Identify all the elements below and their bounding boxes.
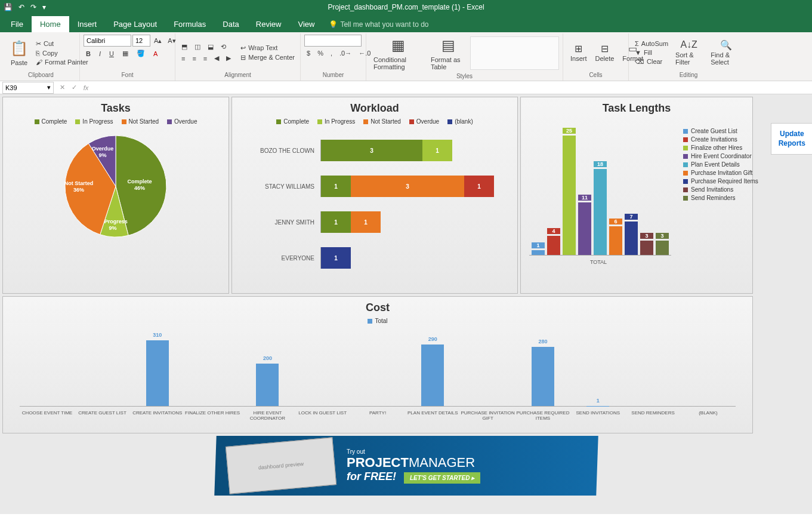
align-mid-button[interactable]: ◫: [192, 42, 203, 51]
cost-bar: 200: [240, 364, 295, 406]
workload-chart-card[interactable]: Workload CompleteIn ProgressNot StartedO…: [231, 97, 518, 294]
cond-format-icon: ▦: [388, 36, 407, 55]
orientation-button[interactable]: ⟲: [218, 42, 229, 51]
update-l2: Reports: [779, 139, 805, 149]
cost-legend-label: Total: [375, 318, 387, 324]
tl-bar: 7: [625, 222, 638, 255]
wrap-text-button[interactable]: ↩ Wrap Text: [238, 44, 297, 53]
svg-text:46%: 46%: [134, 185, 145, 191]
align-top-button[interactable]: ⬒: [179, 42, 190, 51]
brush-icon: 🖌: [36, 59, 42, 66]
tab-page-layout[interactable]: Page Layout: [105, 16, 165, 32]
comma-button[interactable]: ,: [328, 49, 335, 57]
clear-label: Clear: [647, 58, 662, 65]
cancel-fx-button[interactable]: ✕: [56, 84, 68, 91]
tab-file[interactable]: File: [2, 16, 32, 32]
save-icon[interactable]: 💾: [4, 3, 13, 11]
find-select-button[interactable]: 🔍Find & Select: [707, 38, 745, 67]
ribbon: 📋Paste ✂Cut ⎘Copy 🖌Format Painter Clipbo…: [0, 32, 812, 81]
merge-center-button[interactable]: ⊟ Merge & Center: [238, 53, 297, 62]
border-button[interactable]: ▦: [120, 49, 131, 58]
increase-font-button[interactable]: A▴: [152, 35, 164, 47]
group-styles-label: Styles: [370, 72, 559, 81]
delete-cells-button[interactable]: ⊟Delete: [592, 42, 618, 63]
align-left-button[interactable]: ≡: [179, 54, 187, 63]
group-font-label: Font: [84, 70, 171, 79]
tasks-chart-card[interactable]: Tasks CompleteIn ProgressNot StartedOver…: [2, 97, 229, 294]
percent-button[interactable]: %: [315, 49, 326, 57]
tl-bar: 4: [547, 236, 560, 255]
workload-row: JENNY SMITH11: [255, 207, 495, 237]
banner-brand2: MANAGER: [408, 455, 474, 470]
currency-button[interactable]: $: [304, 49, 313, 57]
search-icon: 🔍: [721, 39, 731, 50]
banner-cta-button[interactable]: LET'S GET STARTED ▸: [404, 472, 480, 484]
inc-decimal-button[interactable]: .0→: [337, 49, 354, 57]
formula-bar: K39▾ ✕ ✓ fx: [0, 81, 812, 94]
banner-free: for FREE!: [347, 470, 396, 482]
workload-row: EVERYONE1: [255, 243, 495, 273]
tl-bar: 1: [532, 250, 545, 255]
format-table-button[interactable]: ▤Format as Table: [427, 35, 469, 72]
align-center-button[interactable]: ≡: [190, 54, 198, 63]
autosum-button[interactable]: Σ AutoSum: [632, 39, 671, 48]
copy-icon: ⎘: [36, 50, 40, 57]
tab-view[interactable]: View: [289, 16, 323, 32]
indent-dec-button[interactable]: ◀: [212, 54, 221, 63]
copy-label: Copy: [42, 50, 58, 57]
update-reports-button[interactable]: Update Reports: [771, 123, 812, 155]
name-box[interactable]: K39▾: [2, 82, 54, 94]
tab-insert[interactable]: Insert: [69, 16, 106, 32]
bold-button[interactable]: B: [84, 49, 93, 58]
number-format-select[interactable]: [304, 35, 362, 47]
qat-dropdown-icon[interactable]: ▾: [42, 3, 46, 11]
redo-icon[interactable]: ↷: [30, 3, 36, 11]
tab-home[interactable]: Home: [32, 16, 69, 32]
font-color-button[interactable]: A: [151, 49, 160, 58]
paste-button[interactable]: 📋Paste: [6, 38, 32, 67]
cost-title: Cost: [8, 302, 748, 314]
clear-button[interactable]: ⌫ Clear: [632, 57, 671, 66]
tl-bar: 3: [656, 241, 669, 255]
tab-data[interactable]: Data: [214, 16, 247, 32]
paste-label: Paste: [11, 59, 27, 66]
fill-button[interactable]: ▼ Fill: [632, 48, 671, 57]
cf-label: Conditional Formatting: [373, 56, 422, 70]
chevron-down-icon: ▾: [47, 84, 51, 91]
cost-bar: 310: [130, 340, 185, 406]
tell-me-search[interactable]: 💡 Tell me what you want to do: [323, 17, 434, 32]
tl-legend: Create Guest ListCreate InvitationsFinal…: [671, 124, 758, 265]
tab-formulas[interactable]: Formulas: [165, 16, 214, 32]
cell-styles-gallery[interactable]: [470, 36, 559, 70]
underline-button[interactable]: U: [107, 49, 116, 58]
svg-text:9%: 9%: [109, 225, 116, 231]
workload-legend: CompleteIn ProgressNot StartedOverdue(bl…: [237, 118, 512, 125]
fx-button[interactable]: fx: [80, 84, 92, 91]
tl-xlabel: TOTAL: [526, 259, 671, 265]
enter-fx-button[interactable]: ✓: [68, 84, 80, 91]
promo-banner[interactable]: dashboard preview Try out PROJECTMANAGER…: [2, 436, 810, 496]
font-name-select[interactable]: [84, 35, 131, 47]
formula-input[interactable]: [92, 84, 812, 91]
sort-filter-button[interactable]: A↓ZSort & Filter: [672, 38, 706, 67]
align-bot-button[interactable]: ⬓: [205, 42, 216, 51]
svg-text:Complete: Complete: [127, 179, 152, 184]
italic-button[interactable]: I: [97, 49, 103, 58]
tl-bar: 6: [609, 226, 622, 255]
tab-review[interactable]: Review: [248, 16, 290, 32]
task-lengths-chart-card[interactable]: Task Lengths 142511186733 TOTAL Create G…: [520, 97, 753, 294]
workload-row: STACY WILLIAMS131: [255, 171, 495, 201]
cond-format-button[interactable]: ▦Conditional Formatting: [370, 35, 426, 72]
align-right-button[interactable]: ≡: [201, 54, 209, 63]
cost-chart-card[interactable]: Cost Total 3102002902801 CHOOSE EVENT TI…: [2, 296, 753, 433]
workload-title: Workload: [237, 102, 512, 115]
tl-bar: 11: [578, 202, 591, 255]
group-number-label: Number: [304, 70, 362, 79]
undo-icon[interactable]: ↶: [18, 3, 24, 11]
indent-inc-button[interactable]: ▶: [224, 54, 233, 63]
update-l1: Update: [779, 130, 805, 139]
font-size-select[interactable]: [132, 35, 150, 47]
fill-color-button[interactable]: 🪣: [134, 49, 147, 58]
tl-bar: 3: [640, 241, 653, 255]
insert-cells-button[interactable]: ⊞Insert: [567, 42, 591, 63]
